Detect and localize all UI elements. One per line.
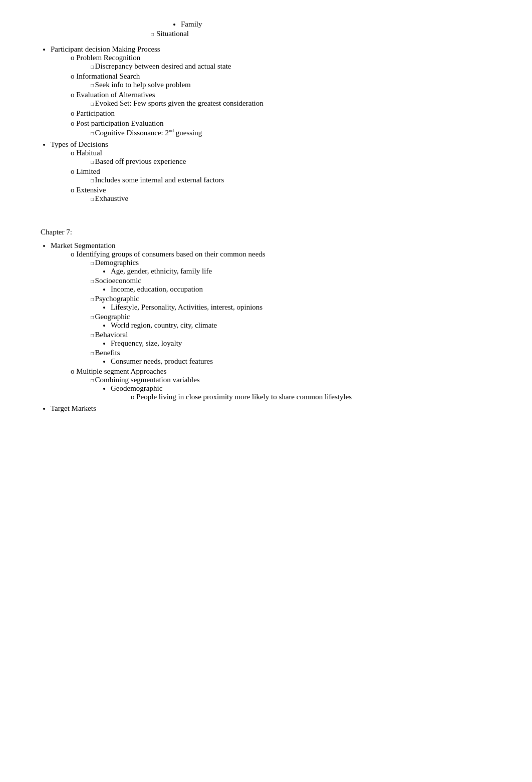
list-item: Based off previous experience [91, 157, 491, 166]
list-item: Participation [71, 109, 491, 118]
list-item: Combining segmentation variables Geodemo… [91, 376, 491, 401]
list-item: Age, gender, ethnicity, family life [111, 267, 491, 276]
list-item: Includes some internal and external fact… [91, 176, 491, 184]
list-item: Family [181, 20, 491, 29]
chapter7-section1-list: Market Segmentation Identifying groups o… [51, 241, 491, 401]
list-item: Behavioral Frequency, size, loyalty [91, 331, 491, 348]
top-square-item: □ Situational [151, 30, 491, 38]
list-item: Limited Includes some internal and exter… [71, 167, 491, 184]
section1-title: Participant decision Making Process [51, 45, 160, 53]
list-item: Income, education, occupation [111, 285, 491, 294]
list-item: Benefits Consumer needs, product feature… [91, 349, 491, 366]
target-markets-title: Target Markets [51, 404, 96, 412]
chapter7-heading: Chapter 7: [41, 228, 491, 236]
list-item: Evaluation of Alternatives Evoked Set: F… [71, 91, 491, 108]
section2-title: Types of Decisions [51, 140, 108, 148]
list-item: Psychographic Lifestyle, Personality, Ac… [91, 295, 491, 312]
list-item: Extensive Exhaustive [71, 186, 491, 203]
list-item: Consumer needs, product features [111, 357, 491, 366]
list-item: Geographic World region, country, city, … [91, 313, 491, 330]
list-item: Evoked Set: Few sports given the greates… [91, 99, 491, 108]
page-content: Family □ Situational Participant decisio… [41, 20, 491, 413]
list-item: Identifying groups of consumers based on… [71, 250, 491, 366]
section2-title-item: Types of Decisions Habitual Based off pr… [51, 140, 491, 203]
list-item: Multiple segment Approaches Combining se… [71, 367, 491, 401]
market-segmentation-title: Market Segmentation [51, 241, 116, 249]
section1-subitems: Problem Recognition Discrepancy between … [71, 54, 491, 137]
list-item: Frequency, size, loyalty [111, 339, 491, 348]
section2-list: Types of Decisions Habitual Based off pr… [51, 140, 491, 203]
list-item: Geodemographic People living in close pr… [111, 384, 491, 401]
list-item: Post participation Evaluation Cognitive … [71, 119, 491, 137]
list-item: Demographics Age, gender, ethnicity, fam… [91, 258, 491, 276]
list-item: People living in close proximity more li… [131, 393, 491, 401]
list-item: Discrepancy between desired and actual s… [91, 62, 491, 71]
section1-list: Participant decision Making Process Prob… [51, 45, 491, 137]
top-continuation: Family [171, 20, 491, 29]
list-item: Problem Recognition Discrepancy between … [71, 54, 491, 71]
list-item: Exhaustive [91, 194, 491, 203]
target-markets-item: Target Markets [51, 404, 491, 413]
section1-title-item: Participant decision Making Process Prob… [51, 45, 491, 137]
chapter7-section2-list: Target Markets [51, 404, 491, 413]
list-item: Informational Search Seek info to help s… [71, 72, 491, 89]
list-item: Seek info to help solve problem [91, 81, 491, 89]
list-item: Socioeconomic Income, education, occupat… [91, 277, 491, 294]
list-item: Cognitive Dissonance: 2nd guessing [91, 128, 491, 137]
list-item: Lifestyle, Personality, Activities, inte… [111, 303, 491, 312]
market-segmentation-item: Market Segmentation Identifying groups o… [51, 241, 491, 401]
list-item: World region, country, city, climate [111, 321, 491, 330]
section2-subitems: Habitual Based off previous experience L… [71, 149, 491, 203]
list-item: Habitual Based off previous experience [71, 149, 491, 166]
